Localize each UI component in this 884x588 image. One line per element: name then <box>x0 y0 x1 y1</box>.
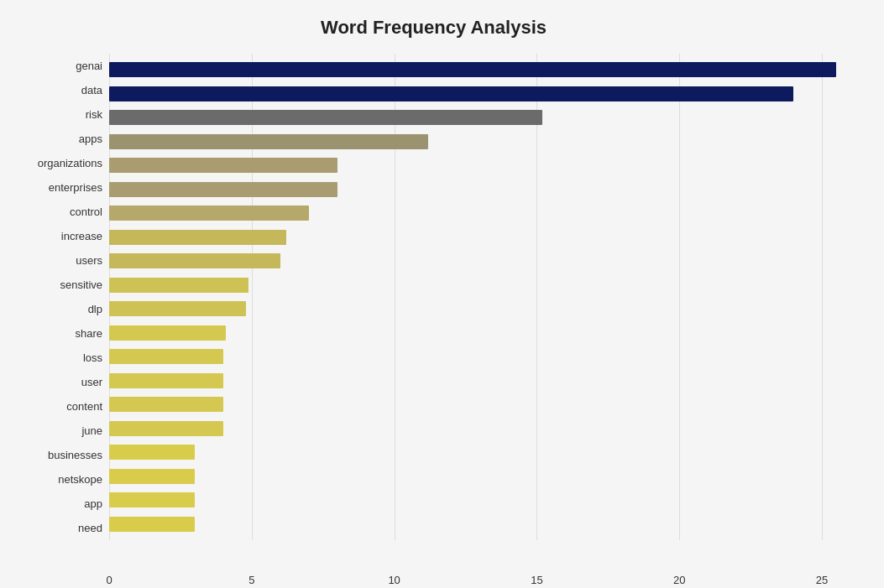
bar-row <box>109 132 850 152</box>
bar-row <box>109 60 850 80</box>
y-label: organizations <box>38 158 102 169</box>
bar <box>109 349 223 364</box>
bar <box>109 206 309 221</box>
bar-row <box>109 299 850 319</box>
y-label: sensitive <box>60 279 102 290</box>
chart-title: Word Frequency Analysis <box>17 17 850 39</box>
bar-row <box>109 251 850 271</box>
y-label: dlp <box>88 304 102 315</box>
y-label: june <box>81 425 102 436</box>
y-label: risk <box>86 109 102 120</box>
x-tick: 5 <box>248 574 254 586</box>
y-axis-labels: genaidatariskappsorganizationsenterprise… <box>17 54 109 540</box>
bar <box>109 421 223 436</box>
bar <box>109 278 248 293</box>
y-label: control <box>70 206 102 217</box>
bar <box>109 469 195 484</box>
bar <box>109 445 195 460</box>
x-tick: 15 <box>531 574 542 586</box>
chart-area: genaidatariskappsorganizationsenterprise… <box>17 54 850 540</box>
y-label: user <box>81 377 102 388</box>
bar-row <box>109 323 850 343</box>
bar <box>109 230 286 245</box>
bar-row <box>109 107 850 127</box>
bar <box>109 158 337 173</box>
y-label: enterprises <box>49 182 102 193</box>
bar-row <box>109 155 850 175</box>
bar-row <box>109 490 850 510</box>
y-label: data <box>81 85 102 96</box>
bar-row <box>109 514 850 534</box>
bar <box>109 373 223 388</box>
bar-row <box>109 180 850 200</box>
bar <box>109 182 337 197</box>
chart-container: Word Frequency Analysis genaidatariskapp… <box>0 0 884 588</box>
bar-row <box>109 275 850 295</box>
bar-row <box>109 394 850 414</box>
y-label: app <box>84 498 102 509</box>
y-label: content <box>66 401 102 412</box>
bars-wrapper <box>109 54 850 540</box>
bar <box>109 397 223 412</box>
y-label: users <box>76 255 102 266</box>
bar-row <box>109 227 850 247</box>
bars-and-grid: 0510152025 <box>109 54 850 540</box>
bar-row <box>109 466 850 487</box>
bar <box>109 62 836 77</box>
x-tick: 0 <box>106 574 112 586</box>
y-label: apps <box>79 133 102 144</box>
y-label: share <box>75 328 102 339</box>
y-label: increase <box>61 231 102 242</box>
bar-row <box>109 371 850 391</box>
y-label: loss <box>83 352 102 363</box>
bar-row <box>109 346 850 367</box>
y-label: genai <box>76 60 102 71</box>
bar <box>109 325 226 341</box>
bar <box>109 517 195 532</box>
bar <box>109 253 280 268</box>
bar-row <box>109 203 850 223</box>
bar <box>109 86 793 101</box>
x-tick: 10 <box>388 574 400 586</box>
bar-row <box>109 84 850 104</box>
y-label: netskope <box>58 474 102 485</box>
bar <box>109 110 542 125</box>
x-tick: 25 <box>816 574 828 586</box>
bar <box>109 301 246 316</box>
bar <box>109 134 428 149</box>
x-tick: 20 <box>673 574 685 586</box>
y-label: need <box>78 523 102 533</box>
y-label: businesses <box>48 450 102 461</box>
bar-row <box>109 419 850 439</box>
bar-row <box>109 442 850 462</box>
bar <box>109 492 195 507</box>
